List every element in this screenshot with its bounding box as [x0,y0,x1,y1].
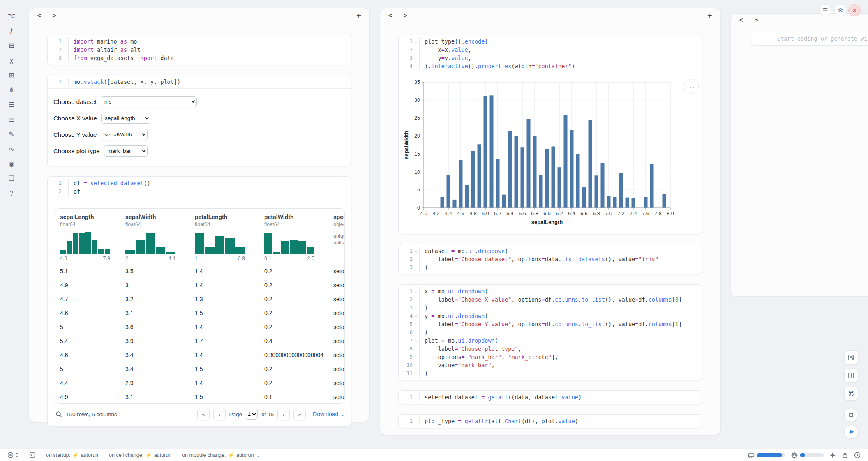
add-cell-button[interactable]: + [707,12,712,20]
shutdown-button[interactable]: ✕ [848,4,861,16]
interrupt-button[interactable] [844,408,858,422]
outline-icon[interactable]: ☰ [7,100,16,109]
fold-icon[interactable]: ⌄ [413,337,419,345]
keyboard-shortcuts-button[interactable]: ⌘ [844,387,858,401]
datasets-icon[interactable]: ⊟ [7,41,16,50]
errors-indicator[interactable]: 0 [7,452,18,458]
help-icon[interactable]: ? [7,189,16,198]
code-editor[interactable]: 1⌄dataset = mo.ui.dropdown(2 label="Choo… [399,244,702,274]
variables-icon[interactable]: χ [7,56,16,65]
ai-assistant-button[interactable] [829,452,836,459]
table-column-header[interactable]: sepalLengthfloat644.37.9 [55,214,121,261]
last-page-button[interactable]: » [293,408,306,420]
histogram-bar [290,240,298,254]
functions-icon[interactable]: ƒ [7,26,16,35]
code-line: 5 label="Choose Y value", options=df.col… [399,320,702,328]
table-row[interactable]: 53.41.50.2setosa [55,362,344,376]
gutter-spacer [413,46,419,54]
code-editor[interactable]: 1⌄plot_type().encode(2 x=x.value,3 y=y.v… [399,35,702,73]
table-row[interactable]: 4.63.11.50.2setosa [55,306,344,320]
code-editor[interactable]: 1Start coding or generate with AI [751,32,868,45]
dropdown-select[interactable]: iris [101,96,197,107]
gutter-spacer [413,304,419,312]
table-cell: 0.30000000000000004 [260,352,329,358]
fold-icon[interactable]: ⌄ [413,37,419,46]
fold-icon[interactable]: ⌄ [413,287,419,295]
table-cell: 3.2 [121,296,190,302]
code-editor[interactable]: 1selected_dataset = getattr(data, datase… [399,391,702,404]
panel-back-icon[interactable]: < [388,12,392,19]
code-editor[interactable]: 1⌄x = mo.ui.dropdown(2 label="Choose X v… [399,285,702,380]
panel-forward-icon[interactable]: > [53,12,56,19]
first-page-button[interactable]: « [197,408,210,420]
prev-page-button[interactable]: ‹ [213,408,226,420]
code-editor[interactable]: 1import marimo as mo2import altair as al… [48,35,351,65]
next-page-button[interactable]: › [277,408,290,420]
table-row[interactable]: 4.42.91.40.2setosa [55,376,344,390]
code-text: plot = mo.ui.dropdown( [419,337,498,345]
settings-button[interactable]: ⚙ [834,4,847,16]
table-column-header[interactable]: petalWidthfloat640.12.5 [260,214,329,261]
code-editor[interactable]: 1df = selected_dataset()2df [48,177,351,198]
autorun-value: autorun [81,452,98,458]
scratchpad-icon[interactable]: ❒ [7,174,16,183]
panel-forward-icon[interactable]: > [755,16,758,23]
documentation-icon[interactable]: ≣ [7,115,16,124]
chart-menu-button[interactable]: ··· [684,79,699,94]
run-all-button[interactable] [844,425,858,439]
table-row[interactable]: 5.13.51.40.2setosa [55,264,344,278]
autorun-setting-0[interactable]: on startup:⚡autorun [46,452,98,458]
panel-forward-icon[interactable]: > [404,12,407,19]
gutter-spacer [413,369,419,378]
dependencies-icon[interactable]: ⋔ [7,85,16,95]
code-line: 1Start coding or generate with AI [751,35,868,43]
fold-icon[interactable]: ⌄ [413,247,419,255]
autorun-setting-1[interactable]: on cell change:⚡autorun [109,452,171,458]
code-editor[interactable]: 1plot_type = getattr(alt.Chart(df), plot… [399,415,702,428]
table-row[interactable]: 5.43.91.70.4setosa [55,334,344,348]
line-number: 1 [399,417,413,425]
table-row[interactable]: 4.63.41.40.30000000000000004setosa [55,348,344,362]
layout-columns-button[interactable] [844,369,858,383]
cpu-usage[interactable] [791,452,824,459]
code-editor[interactable]: 1mo.vstack([dataset, x, y, plot]) [48,75,351,88]
add-cell-button[interactable]: + [356,12,361,20]
file-tree-icon[interactable]: ⌥ [7,12,16,21]
notebook-menu-button[interactable]: ☰ [819,4,831,16]
table-column-header[interactable]: petalLengthfloat6416.9 [190,214,260,261]
generate-link[interactable]: generate [831,35,857,42]
logs-icon[interactable]: ∿ [7,145,16,154]
download-button[interactable]: Download ⌄ [313,411,345,417]
fold-icon[interactable]: ⌄ [413,312,419,320]
snippets-icon[interactable]: ✎ [7,130,16,139]
stat-line: nulls: [333,240,344,246]
code-line: 1⌄x = mo.ui.dropdown( [399,287,702,295]
page-select[interactable]: 1 [246,409,258,420]
page-total-label: of 15 [261,411,274,417]
panel-back-icon[interactable]: < [739,16,743,23]
code-text: ).interactive().properties(width="contai… [419,62,575,70]
panel-back-icon[interactable]: < [37,12,41,19]
dropdown-select[interactable]: sepalLength [101,113,150,124]
tracing-icon[interactable]: ◉ [7,159,16,168]
table-row[interactable]: 53.61.40.2setosa [55,320,344,334]
packages-icon[interactable]: ⊞ [7,71,16,80]
console-button[interactable] [29,452,35,458]
save-button[interactable] [844,350,858,364]
search-icon[interactable] [55,410,62,418]
column-stats: uniquenulls: [333,233,344,246]
table-row[interactable]: 4.73.21.30.2setosa [55,292,344,306]
autorun-setting-2[interactable]: on module change:⚡autorun⌄ [182,452,260,458]
table-row[interactable]: 4.93.11.50.1setosa [55,390,344,403]
dropdown-select[interactable]: sepalWidth [101,129,148,140]
memory-usage[interactable] [748,452,785,459]
table-row[interactable]: 4.931.40.2setosa [55,278,344,292]
altair-bar-chart[interactable]: 051015202530354.04.24.44.64.85.05.25.45.… [399,73,702,234]
lock-button[interactable] [842,452,848,459]
dropdown-select[interactable]: mark_bar [104,145,148,157]
table-column-header[interactable]: speciesobjectuniquenulls: [329,214,344,261]
code-cell: 1⌄dataset = mo.ui.dropdown(2 label="Choo… [398,244,702,274]
range-min: 1 [195,256,198,261]
help-clock-button[interactable] [854,452,861,459]
table-column-header[interactable]: sepalWidthfloat6424.4 [121,214,190,261]
